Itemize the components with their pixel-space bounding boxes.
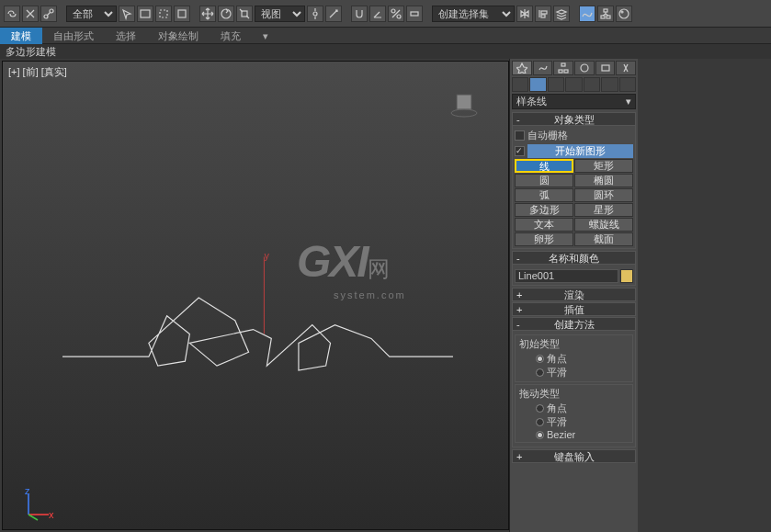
region-rect-icon[interactable]: [155, 6, 172, 22]
axis-gizmo-icon: z x: [21, 485, 58, 522]
layers-icon[interactable]: [553, 6, 570, 22]
initial-type-label: 初始类型: [519, 337, 629, 351]
spline-object[interactable]: y: [3, 62, 508, 529]
ribbon-tab-modeling[interactable]: 建模: [0, 28, 42, 44]
initial-smooth-radio[interactable]: 平滑: [519, 366, 629, 379]
lights-cat-icon[interactable]: [548, 77, 564, 92]
rollout-render-header[interactable]: +渲染: [512, 288, 636, 301]
bind-icon[interactable]: [40, 6, 57, 22]
auto-grid-label: 自动栅格: [527, 129, 568, 142]
svg-rect-14: [411, 12, 418, 16]
manip-icon[interactable]: [325, 6, 342, 22]
window-crossing-icon[interactable]: [174, 6, 190, 22]
svg-rect-16: [541, 11, 547, 14]
display-tab-icon[interactable]: [595, 61, 616, 75]
shape-section-button[interactable]: 截面: [574, 232, 633, 246]
shape-circle-button[interactable]: 圆: [515, 174, 573, 187]
move-icon[interactable]: [199, 6, 216, 22]
shape-line-button[interactable]: 线: [515, 159, 573, 173]
drag-bezier-radio[interactable]: Bezier: [519, 429, 629, 440]
svg-rect-20: [607, 16, 610, 18]
svg-rect-4: [160, 10, 167, 17]
ribbon-tab-populate[interactable]: 填充: [210, 28, 252, 44]
angle-snap-icon[interactable]: [369, 6, 386, 22]
mirror-icon[interactable]: [516, 6, 533, 22]
object-color-swatch[interactable]: [620, 269, 633, 283]
start-new-checkbox[interactable]: [515, 146, 525, 156]
shape-arc-button[interactable]: 弧: [515, 188, 573, 202]
snap-toggle-icon[interactable]: [351, 6, 368, 22]
viewport-front[interactable]: [+] [前] [真实] y GXI网 system.com z x: [2, 61, 509, 530]
rollout-keyboard-header[interactable]: +键盘输入: [512, 449, 636, 463]
pivot-icon[interactable]: [307, 6, 323, 22]
shape-ellipse-button[interactable]: 椭圆: [574, 174, 633, 187]
svg-rect-36: [559, 70, 562, 73]
svg-point-6: [221, 9, 231, 18]
percent-snap-icon[interactable]: [388, 6, 404, 22]
rollout-header[interactable]: -对象类型: [512, 112, 636, 126]
object-name-input[interactable]: Line001: [515, 269, 618, 283]
ribbon-overflow-icon[interactable]: ▾: [252, 28, 279, 44]
start-new-shape-row[interactable]: 开始新图形: [515, 143, 633, 159]
svg-rect-5: [178, 10, 186, 17]
svg-line-32: [28, 515, 38, 520]
spacewarps-cat-icon[interactable]: [601, 77, 618, 92]
drag-type-group: 拖动类型 角点 平滑 Bezier: [515, 384, 633, 443]
selection-filter-select[interactable]: 全部: [66, 6, 117, 22]
ribbon-tab-freeform[interactable]: 自由形式: [42, 28, 105, 44]
svg-text:x: x: [49, 509, 54, 520]
start-new-shape-btn[interactable]: 开始新图形: [527, 144, 633, 158]
shape-buttons-grid: 线 矩形 圆 椭圆 弧 圆环 多边形 星形 文本 螺旋线 卵形 截面: [515, 159, 633, 246]
material-editor-icon[interactable]: [616, 6, 632, 22]
svg-rect-19: [601, 16, 605, 18]
svg-rect-35: [561, 63, 565, 66]
named-selection-set[interactable]: 创建选择集: [432, 6, 515, 22]
scale-icon[interactable]: [236, 6, 253, 22]
ribbon-subpanel[interactable]: 多边形建模: [0, 44, 771, 59]
shapes-cat-icon[interactable]: [529, 77, 546, 92]
cameras-cat-icon[interactable]: [565, 77, 582, 92]
curve-editor-icon[interactable]: [579, 6, 595, 22]
schematic-icon[interactable]: [597, 6, 614, 22]
select-icon[interactable]: [119, 6, 135, 22]
rollout-header[interactable]: -名称和颜色: [512, 251, 636, 265]
select-name-icon[interactable]: [137, 6, 153, 22]
coord-system-select[interactable]: 视图: [255, 6, 305, 22]
link-icon[interactable]: [4, 6, 20, 22]
create-tab-icon[interactable]: [512, 61, 532, 75]
align-icon[interactable]: [535, 6, 551, 22]
shape-text-button[interactable]: 文本: [515, 218, 573, 232]
shape-helix-button[interactable]: 螺旋线: [574, 218, 633, 232]
shape-rectangle-button[interactable]: 矩形: [574, 159, 633, 173]
shape-donut-button[interactable]: 圆环: [574, 188, 633, 202]
rollout-header[interactable]: -创建方法: [512, 317, 636, 331]
rollout-interp-header[interactable]: +插值: [512, 302, 636, 316]
initial-corner-radio[interactable]: 角点: [519, 352, 629, 366]
drag-smooth-radio[interactable]: 平滑: [519, 415, 629, 429]
drag-corner-radio[interactable]: 角点: [519, 402, 629, 415]
auto-grid-checkbox[interactable]: [515, 130, 525, 141]
svg-rect-18: [604, 9, 607, 12]
rotate-icon[interactable]: [218, 6, 234, 22]
shape-ngon-button[interactable]: 多边形: [515, 203, 573, 217]
hierarchy-tab-icon[interactable]: [553, 61, 573, 75]
shape-egg-button[interactable]: 卵形: [515, 232, 573, 246]
helpers-cat-icon[interactable]: [584, 77, 600, 92]
shape-star-button[interactable]: 星形: [574, 203, 633, 217]
modify-tab-icon[interactable]: [533, 61, 553, 75]
ribbon-tab-objectpaint[interactable]: 对象绘制: [147, 28, 210, 44]
shape-category-select[interactable]: 样条线: [512, 94, 636, 109]
spinner-snap-icon[interactable]: [406, 6, 423, 22]
main-toolbar: 全部 视图 创建选择集: [0, 0, 771, 28]
motion-tab-icon[interactable]: [574, 61, 595, 75]
ribbon-tab-selection[interactable]: 选择: [105, 28, 147, 44]
svg-point-8: [313, 12, 317, 16]
command-panel: 样条线 -对象类型 自动栅格 开始新图形 线 矩形 圆 椭圆 弧 圆: [509, 59, 638, 532]
systems-cat-icon[interactable]: [619, 77, 636, 92]
unlink-icon[interactable]: [22, 6, 39, 22]
utilities-tab-icon[interactable]: [616, 61, 636, 75]
svg-text:z: z: [25, 485, 30, 496]
command-panel-tabs: [512, 61, 636, 75]
auto-grid-row[interactable]: 自动栅格: [515, 128, 633, 143]
geometry-cat-icon[interactable]: [512, 77, 528, 92]
